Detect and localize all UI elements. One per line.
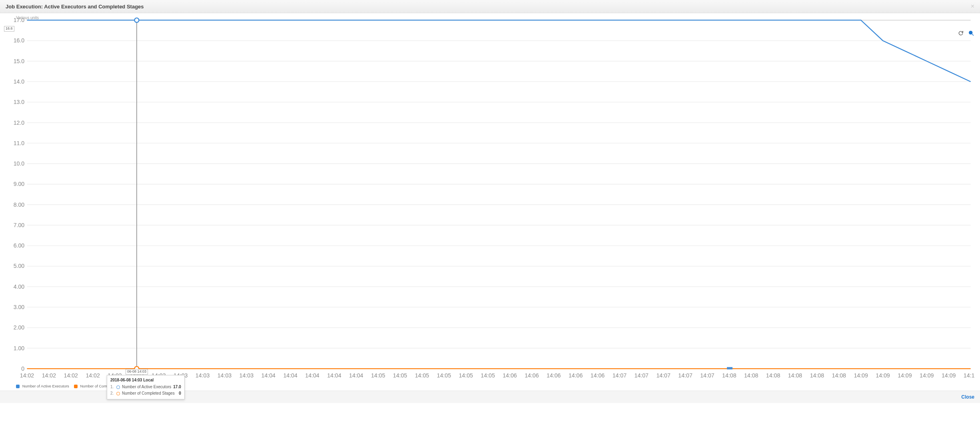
svg-text:14:06: 14:06 (503, 372, 517, 379)
circle-icon (116, 385, 120, 389)
legend-swatch (16, 385, 20, 388)
svg-text:7.00: 7.00 (14, 222, 25, 228)
legend-item[interactable]: Number of Active Executors (16, 384, 69, 388)
svg-text:14:02: 14:02 (64, 372, 78, 379)
close-button[interactable]: Close (961, 394, 974, 400)
svg-text:4.00: 4.00 (14, 283, 25, 290)
svg-text:14:06: 14:06 (525, 372, 539, 379)
svg-text:14:09: 14:09 (876, 372, 890, 379)
tooltip-value: 0 (179, 390, 181, 397)
svg-text:14:09: 14:09 (920, 372, 934, 379)
svg-text:8.00: 8.00 (14, 202, 25, 208)
svg-text:2.00: 2.00 (14, 324, 25, 331)
svg-text:9.00: 9.00 (14, 181, 25, 187)
svg-text:14:05: 14:05 (415, 372, 429, 379)
chart-plot[interactable]: 01.002.003.004.005.006.007.008.009.0010.… (6, 16, 974, 381)
hover-tooltip: 2018-06-08 14:03 Local 1. Number of Acti… (107, 375, 185, 399)
chart-toolbar (958, 30, 974, 37)
svg-text:14:06: 14:06 (591, 372, 605, 379)
svg-text:14:04: 14:04 (283, 372, 297, 379)
modal-header: Job Execution: Active Executors and Comp… (0, 0, 980, 13)
svg-text:14:08: 14:08 (722, 372, 736, 379)
tooltip-series-name: Number of Completed Stages (122, 390, 175, 397)
svg-text:14:08: 14:08 (832, 372, 846, 379)
svg-line-1 (972, 34, 974, 36)
tooltip-idx: 1. (110, 384, 114, 390)
refresh-icon[interactable] (958, 30, 964, 37)
tooltip-idx: 2. (110, 390, 114, 397)
tooltip-series-name: Number of Active Executors (122, 384, 171, 390)
svg-text:14:09: 14:09 (942, 372, 956, 379)
svg-text:16.0: 16.0 (14, 37, 25, 44)
svg-text:14:09: 14:09 (898, 372, 912, 379)
svg-text:12.0: 12.0 (14, 120, 25, 126)
svg-text:14:02: 14:02 (86, 372, 100, 379)
svg-text:14:03: 14:03 (196, 372, 210, 379)
svg-text:14:05: 14:05 (393, 372, 407, 379)
modal-title: Job Execution: Active Executors and Comp… (6, 4, 144, 10)
y-axis-title: Various units (16, 16, 39, 20)
svg-text:14:07: 14:07 (656, 372, 671, 379)
zoom-icon[interactable] (968, 30, 974, 37)
svg-text:14:04: 14:04 (261, 372, 276, 379)
x-hover-value: 06-08 14:03 (126, 369, 148, 375)
svg-text:14:05: 14:05 (371, 372, 385, 379)
svg-text:14:08: 14:08 (810, 372, 824, 379)
svg-text:14:02: 14:02 (42, 372, 56, 379)
svg-text:14:09: 14:09 (854, 372, 868, 379)
y-hover-value: 16.6 (4, 26, 14, 32)
svg-text:14:07: 14:07 (635, 372, 649, 379)
svg-text:14:05: 14:05 (459, 372, 473, 379)
svg-text:10.0: 10.0 (14, 160, 25, 167)
svg-text:15.0: 15.0 (14, 58, 25, 64)
svg-text:14:03: 14:03 (218, 372, 232, 379)
svg-text:14:07: 14:07 (613, 372, 627, 379)
tooltip-title: 2018-06-08 14:03 Local (110, 378, 181, 382)
svg-text:14:08: 14:08 (744, 372, 758, 379)
svg-text:0: 0 (21, 365, 24, 372)
svg-text:14:02: 14:02 (20, 372, 34, 379)
svg-text:14:04: 14:04 (327, 372, 341, 379)
svg-text:14:10: 14:10 (964, 372, 974, 379)
svg-text:13.0: 13.0 (14, 99, 25, 105)
svg-text:14:04: 14:04 (305, 372, 319, 379)
svg-point-85 (134, 18, 139, 22)
svg-text:6.00: 6.00 (14, 242, 25, 249)
close-icon[interactable]: × (971, 3, 974, 10)
svg-text:14:06: 14:06 (569, 372, 583, 379)
svg-text:14:07: 14:07 (700, 372, 715, 379)
overview-bar (727, 367, 733, 369)
legend-label: Number of Active Executors (22, 384, 69, 388)
svg-text:14:07: 14:07 (678, 372, 693, 379)
tooltip-row: 1. Number of Active Executors 17.0 (110, 384, 181, 390)
svg-text:3.00: 3.00 (14, 304, 25, 310)
svg-text:14:03: 14:03 (240, 372, 254, 379)
chart-container: Various units 01.002.003.004.005.006.007… (0, 13, 980, 383)
svg-text:14:06: 14:06 (547, 372, 561, 379)
svg-text:14:08: 14:08 (788, 372, 802, 379)
svg-text:14:04: 14:04 (349, 372, 363, 379)
svg-text:14:05: 14:05 (437, 372, 451, 379)
legend-swatch (74, 385, 78, 388)
tooltip-value: 17.0 (173, 384, 181, 390)
svg-text:14.0: 14.0 (14, 78, 25, 85)
tooltip-row: 2. Number of Completed Stages 0 (110, 390, 181, 397)
svg-text:5.00: 5.00 (14, 263, 25, 269)
svg-text:14:05: 14:05 (481, 372, 495, 379)
circle-icon (116, 392, 120, 395)
svg-text:14:08: 14:08 (766, 372, 780, 379)
svg-text:1.00: 1.00 (14, 345, 25, 351)
svg-text:11.0: 11.0 (14, 140, 25, 146)
